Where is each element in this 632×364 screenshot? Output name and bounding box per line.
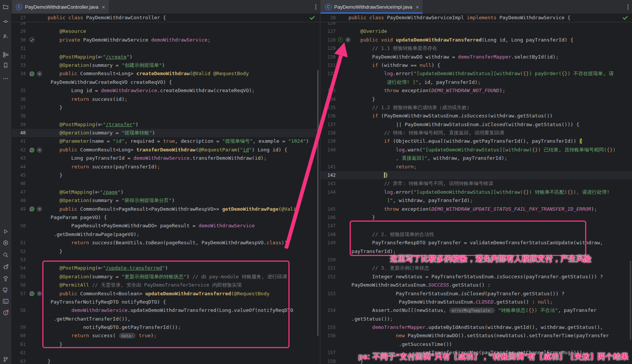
- code-line[interactable]: PageParam pageVO) {: [11, 213, 320, 222]
- code-line[interactable]: ]", withdraw, payTransferId);: [321, 196, 632, 205]
- code-line[interactable]: 34 public CommonResult<Long> createDemoW…: [11, 69, 320, 78]
- code-line[interactable]: 36 return success(id);: [11, 95, 320, 103]
- code-line[interactable]: 60 return success( data: true);: [11, 332, 320, 340]
- project-icon[interactable]: [3, 4, 9, 10]
- leaf-gutter-icon[interactable]: [29, 71, 34, 76]
- code-line[interactable]: PayTransferNotifyReqDTO notifyReqDTO) {: [11, 298, 320, 306]
- code-line[interactable]: 145 throw exception(DEMO_WITHDRAW_UPDATE…: [321, 205, 632, 213]
- build-icon[interactable]: [3, 276, 9, 282]
- code-line[interactable]: .getSuccessTime()): [321, 340, 632, 349]
- code-line[interactable]: 134 }: [321, 95, 632, 103]
- code-line[interactable]: 37 }: [11, 103, 320, 112]
- code-line[interactable]: 63}: [11, 357, 320, 364]
- code-line[interactable]: 44 return success(payTransferId);: [11, 163, 320, 171]
- close-icon[interactable]: ×: [416, 4, 419, 10]
- code-line[interactable]: 128 public void updateDemoWithdrawTransf…: [321, 36, 632, 44]
- code-line[interactable]: 43 Long payTransferId = demoWithdrawServ…: [11, 154, 320, 162]
- code-line[interactable]: 进行处理! ]", id, payTransferId);: [321, 78, 632, 86]
- code-line[interactable]: 151 // 3. 更新示例订单状态: [321, 264, 632, 272]
- leaf-gutter-icon[interactable]: [29, 207, 34, 211]
- code-line[interactable]: 46: [11, 179, 320, 188]
- code-line[interactable]: 156 new PayDemoWithdrawDO().setStatus(ne…: [321, 332, 632, 340]
- code-line[interactable]: 56 @PermitAll // 无需登录, 安全由 PayDemoTransf…: [11, 281, 320, 289]
- code-line[interactable]: 55 @Operation(summary = "更新示例提现单的转账状态") …: [11, 273, 320, 281]
- ovr-gutter-icon[interactable]: [338, 37, 343, 42]
- code-line[interactable]: 136 if (PayDemoWithdrawStatusEnum.isSucc…: [321, 112, 632, 120]
- code-line[interactable]: 33 @Operation(summary = "创建示例提现单"): [11, 61, 320, 69]
- code-area[interactable]: 2829 @Resource30 private PayDemoWithdraw…: [11, 19, 320, 364]
- code-line[interactable]: 45 }: [11, 171, 320, 179]
- code-line[interactable]: 157 .setTransferErrorMsg(payTransfer.get…: [321, 349, 632, 357]
- structure-icon[interactable]: [3, 52, 9, 58]
- code-line[interactable]: PayDemoWithdrawCreateReqVO createReqVO) …: [11, 78, 320, 86]
- code-line[interactable]: 147: [321, 222, 632, 230]
- code-line[interactable]: 62: [11, 349, 320, 357]
- code-line[interactable]: 40 @Operation(summary = "提现单转账"): [11, 129, 320, 137]
- tab-service-impl-file[interactable]: C PayDemoWithdrawServiceImpl.java ×: [321, 0, 423, 14]
- code-line[interactable]: 29 @Resource: [11, 27, 320, 35]
- version-control-icon[interactable]: [3, 356, 9, 362]
- code-line[interactable]: 49 public CommonResult<PageResult<PayDem…: [11, 205, 320, 213]
- terminal-icon[interactable]: [3, 298, 9, 304]
- code-line[interactable]: 51 return success(BeanUtils.toBean(pageR…: [11, 239, 320, 247]
- code-line[interactable]: 61 }: [11, 340, 320, 349]
- problems-icon[interactable]: [3, 310, 9, 316]
- api-gutter-icon[interactable]: [37, 71, 42, 76]
- inspections-ok-icon[interactable]: [623, 16, 628, 20]
- leaf-gutter-icon[interactable]: [29, 148, 34, 153]
- code-line[interactable]: PayDemoWithdrawStatusEnum.SUCCESS.getSta…: [321, 281, 632, 289]
- code-line[interactable]: 137 || PayDemoWithdrawStatusEnum.isClose…: [321, 120, 632, 129]
- code-line[interactable]: 141 return;: [321, 163, 632, 171]
- services-icon[interactable]: [3, 240, 9, 246]
- code-line[interactable]: 130 PayDemoWithdrawDO withdraw = demoTra…: [321, 53, 632, 61]
- code-line[interactable]: 133 throw exception(DEMO_WITHDRAW_NOT_FO…: [321, 86, 632, 95]
- code-line[interactable]: 131 if (withdraw == null) {: [321, 61, 632, 69]
- code-line[interactable]: 138 // 特殊: 转账单编号相同, 直接返回, 说明重复回调: [321, 129, 632, 137]
- code-line[interactable]: 158 }: [321, 357, 632, 364]
- tab-options-icon[interactable]: [312, 2, 320, 12]
- tab-controller-file[interactable]: C PayDemoWithdrawController.java ×: [11, 0, 109, 14]
- code-line[interactable]: 53: [11, 256, 320, 264]
- code-line[interactable]: 135 // 1.2 校验转账单已成结束（成功或失败）: [321, 103, 632, 112]
- code-line[interactable]: 139 if (ObjectUtil.equal(withdraw.getPay…: [321, 137, 632, 145]
- code-line[interactable]: 57 public CommonResult<Boolean> updateDe…: [11, 290, 320, 298]
- code-line[interactable]: 30 private PayDemoWithdrawService demoWi…: [11, 36, 320, 44]
- code-line[interactable]: 154 Assert.notNull(newStatus, errorMsgTe…: [321, 306, 632, 315]
- code-line[interactable]: 142 }: [321, 171, 632, 179]
- code-line[interactable]: 144 log.error("[updateDemoWithdrawStatus…: [321, 188, 632, 196]
- code-line[interactable]: 146 }: [321, 213, 632, 222]
- editor-splitter[interactable]: [320, 0, 321, 364]
- bookmarks-icon[interactable]: [3, 62, 9, 68]
- code-area[interactable]: 126127 @Override128 public void updateDe…: [321, 19, 632, 364]
- code-line[interactable]: 155 demoTransferMapper.updateByIdAndStat…: [321, 323, 632, 332]
- code-line[interactable]: 132 log.error("[updateDemoWithdrawStatus…: [321, 69, 632, 78]
- remote-dev-icon[interactable]: [3, 287, 9, 293]
- code-line[interactable]: 140 log.warn("[updateDemoWithdrawStatus]…: [321, 146, 632, 154]
- code-line[interactable]: , 直接返回]", withdraw, payTransferId);: [321, 154, 632, 162]
- code-line[interactable]: 143 // 异常: 转账单编号不同, 说明转账单编号错误: [321, 179, 632, 188]
- pull-requests-icon[interactable]: ?: [3, 34, 9, 40]
- editor-right[interactable]: C PayDemoWithdrawServiceImpl.java × 38pu…: [321, 0, 632, 364]
- leaf-gutter-icon[interactable]: [29, 291, 34, 296]
- code-line[interactable]: 35 Long id = demoWithdrawService.createD…: [11, 86, 320, 95]
- code-line[interactable]: 41 @Parameter(name = "id", required = tr…: [11, 137, 320, 145]
- more-tool-windows-icon[interactable]: [3, 76, 9, 82]
- scrollbar-thumb[interactable]: [317, 70, 319, 336]
- code-line[interactable]: 50 PageResult<PayDemoWithdrawDO> pageRes…: [11, 222, 320, 230]
- code-line[interactable]: 42 public CommonResult<Long> transferDem…: [11, 146, 320, 154]
- search-icon[interactable]: [3, 252, 9, 258]
- code-line[interactable]: 149 PayTransferRespDTO payTransfer = val…: [321, 239, 632, 247]
- code-line[interactable]: 52 }: [11, 247, 320, 256]
- code-line[interactable]: 127 @Override: [321, 27, 632, 35]
- code-line[interactable]: 47 @GetMapping(⊕∨"/page"): [11, 188, 320, 196]
- code-line[interactable]: 152 Integer newStatus = PayTransferStatu…: [321, 273, 632, 281]
- api-gutter-icon[interactable]: [37, 207, 42, 211]
- api-gutter-icon[interactable]: [37, 291, 42, 296]
- commit-icon[interactable]: [3, 19, 9, 25]
- code-line[interactable]: PayDemoWithdrawStatusEnum.CLOSED.getStat…: [321, 298, 632, 306]
- close-icon[interactable]: ×: [102, 4, 105, 10]
- api-gutter-icon[interactable]: [37, 148, 42, 153]
- code-line[interactable]: 32 @PostMapping(⊕∨"/create"): [11, 53, 320, 61]
- code-line[interactable]: 39 @PostMapping(⊕∨"/transfer"): [11, 120, 320, 129]
- code-line[interactable]: 48 @Operation(summary = "获得示例提现单分页"): [11, 196, 320, 205]
